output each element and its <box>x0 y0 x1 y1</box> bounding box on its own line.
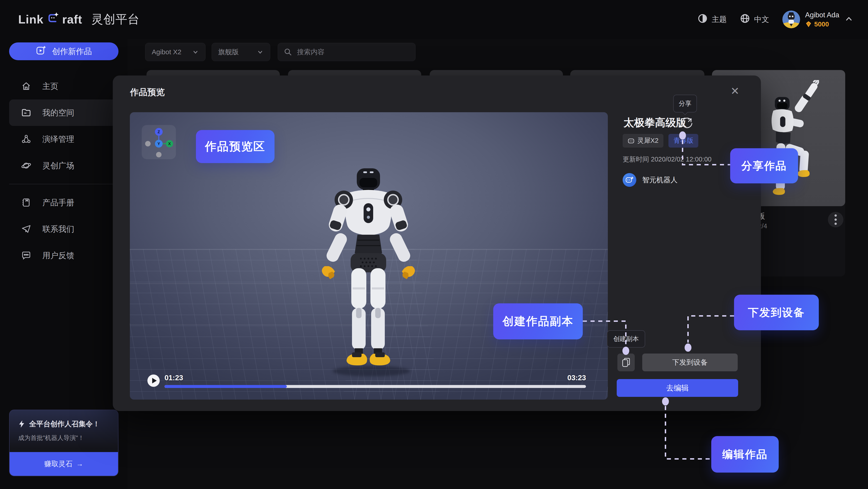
callout-preview-area: 作品预览区 <box>196 130 275 163</box>
humanoid-robot-model[interactable] <box>317 167 420 372</box>
credits-value: 5000 <box>814 21 829 28</box>
create-work-label: 创作新作品 <box>52 46 92 57</box>
sidebar-item-label: 产品手册 <box>42 197 74 208</box>
sidebar-item-product-manual[interactable]: 产品手册 <box>0 189 128 216</box>
chevron-down-icon <box>257 49 264 55</box>
home-icon <box>21 81 31 91</box>
globe-icon <box>740 13 750 25</box>
lightning-icon <box>18 420 25 428</box>
tag-edition-label: 青春版 <box>674 136 693 145</box>
paper-plane-icon <box>21 224 31 234</box>
user-name: Agibot Ada <box>805 11 839 19</box>
edit-button-label: 去编辑 <box>666 383 689 393</box>
earn-gems-label: 赚取灵石 <box>44 459 73 469</box>
sidebar-item-label: 主页 <box>42 81 58 92</box>
gizmo-y-label: Y <box>157 142 160 146</box>
promo-headline: 全平台创作人召集令！ <box>29 419 100 429</box>
player-progress-bar[interactable] <box>164 385 586 388</box>
create-new-work-button[interactable]: 创作新作品 <box>9 42 119 60</box>
creator-promo-card: 全平台创作人召集令！ 成为首批"机器人导演"！ 赚取灵石 → <box>9 410 119 476</box>
arrow-right-icon: → <box>76 460 83 468</box>
folder-icon <box>21 108 31 118</box>
tooltip-tail <box>623 344 629 350</box>
brand-c-robot-icon <box>47 12 59 27</box>
kebab-icon <box>834 214 837 226</box>
callout-edit-work: 编辑作品 <box>711 436 779 472</box>
sidebar-divider <box>9 184 119 184</box>
sidebar-item-plaza[interactable]: 灵创广场 <box>0 152 128 179</box>
theme-label: 主题 <box>712 15 727 25</box>
sidebar-item-label: 联系我们 <box>42 224 74 234</box>
tag-edition: 青春版 <box>669 134 698 148</box>
create-work-icon <box>36 45 46 57</box>
sidebar-item-label: 灵创广场 <box>42 160 74 171</box>
language-switcher[interactable]: 中文 <box>740 13 769 25</box>
sidebar-item-label: 用户反馈 <box>42 250 74 261</box>
player-progress-fill <box>164 385 287 388</box>
user-avatar <box>782 10 800 28</box>
sidebar-item-contact-us[interactable]: 联系我们 <box>0 216 128 242</box>
feedback-chat-icon <box>21 250 31 261</box>
author-avatar <box>623 173 636 187</box>
sidebar-item-home[interactable]: 主页 <box>0 73 128 99</box>
search-input[interactable] <box>297 48 406 56</box>
callout-create-copy: 创建作品副本 <box>493 303 583 339</box>
go-edit-button[interactable]: 去编辑 <box>617 379 738 397</box>
create-copy-button[interactable] <box>617 353 635 371</box>
author-name: 智元机器人 <box>642 175 678 185</box>
card-more-menu-button[interactable] <box>828 212 843 227</box>
brand-logo: Link raft 灵创平台 <box>18 11 140 27</box>
earn-gems-button[interactable]: 赚取灵石 → <box>9 452 118 476</box>
share-icon[interactable] <box>681 117 694 129</box>
share-tooltip-label: 分享 <box>679 99 691 108</box>
theme-contrast-icon <box>698 13 708 25</box>
brand-latin-suffix: raft <box>62 12 82 26</box>
axis-gizmo[interactable]: Z Y X <box>142 125 176 159</box>
chevron-down-icon <box>192 49 199 55</box>
sidebar-item-my-space[interactable]: 我的空间 <box>9 99 119 126</box>
chevron-up-icon[interactable] <box>844 15 854 24</box>
agibot-logo-icon <box>625 176 634 184</box>
user-menu[interactable]: Agibot Ada 5000 <box>782 10 854 28</box>
modal-title: 作品预览 <box>130 86 165 98</box>
sidebar-item-performance-management[interactable]: 演绎管理 <box>0 126 128 152</box>
robot-face-icon <box>628 137 634 144</box>
tooltip-tail <box>682 109 688 115</box>
model-filter-value: Agibot X2 <box>152 48 181 56</box>
app-window: Link raft 灵创平台 主题 中文 <box>0 0 868 489</box>
tag-robot-model: 灵犀X2 <box>623 134 663 148</box>
nodes-icon <box>21 134 31 144</box>
copy-icon <box>621 357 630 368</box>
play-button[interactable] <box>147 374 160 387</box>
language-label: 中文 <box>754 15 769 25</box>
sidebar-item-label: 我的空间 <box>42 108 74 118</box>
tag-model-label: 灵犀X2 <box>637 136 658 145</box>
work-title: 太极拳高级版 <box>624 116 686 130</box>
gizmo-x-label: X <box>168 142 171 146</box>
sidebar-nav: 主页 我的空间 演绎管理 灵创广场 <box>0 73 128 269</box>
sidebar-item-label: 演绎管理 <box>42 134 74 145</box>
sidebar: 创作新作品 主页 我的空间 演绎管理 <box>0 39 128 489</box>
gem-icon <box>805 21 812 28</box>
user-meta: Agibot Ada 5000 <box>805 11 839 28</box>
copy-tooltip-label: 创建副本 <box>613 335 639 343</box>
callout-share-work: 分享作品 <box>730 148 798 183</box>
header-actions: 主题 中文 <box>698 10 854 28</box>
sidebar-item-feedback[interactable]: 用户反馈 <box>0 242 128 269</box>
edition-filter-dropdown[interactable]: 旗舰版 <box>212 43 270 61</box>
deploy-to-device-button[interactable]: 下发到设备 <box>642 353 738 371</box>
theme-toggle[interactable]: 主题 <box>698 13 727 25</box>
callout-deploy: 下发到设备 <box>734 295 819 330</box>
work-tags: 灵犀X2 青春版 <box>623 134 698 148</box>
model-filter-dropdown[interactable]: Agibot X2 <box>145 43 206 61</box>
search-box[interactable] <box>278 43 415 61</box>
updated-timestamp: 更新时间 2020/02/02 12:00:00 <box>623 155 712 164</box>
gizmo-neg-x-dot <box>145 141 151 146</box>
player-total-time: 03:23 <box>567 374 586 382</box>
work-preview-modal: 作品预览 ✕ <box>113 76 761 411</box>
close-icon[interactable]: ✕ <box>728 85 741 97</box>
copy-tooltip: 创建副本 <box>607 330 645 348</box>
brand-cn-name: 灵创平台 <box>91 11 140 27</box>
search-icon <box>284 48 292 56</box>
gizmo-z-label: Z <box>158 130 160 134</box>
